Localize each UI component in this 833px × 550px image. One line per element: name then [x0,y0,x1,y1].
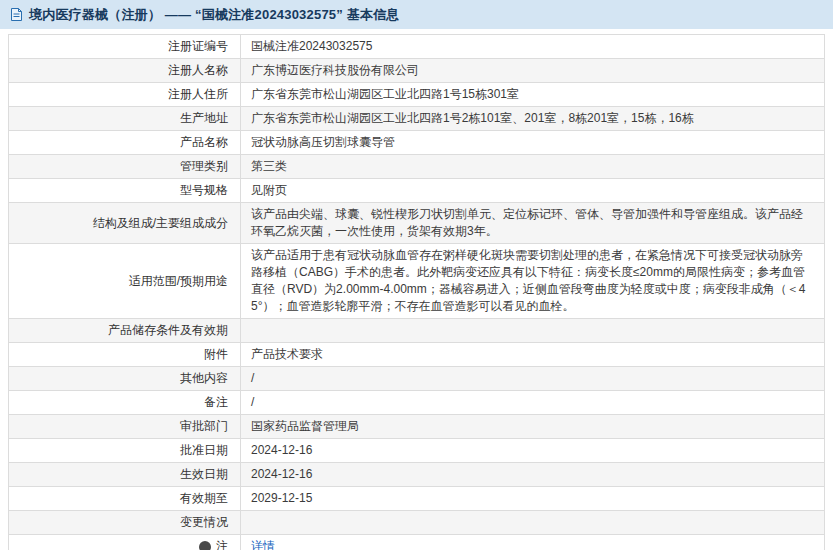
row-value: / [241,391,824,414]
row-value: 见附页 [241,179,824,202]
row-label: 注册证编号 [9,35,241,58]
table-row: 结构及组成/主要组成成分该产品由尖端、球囊、锐性楔形刀状切割单元、定位标记环、管… [9,203,824,244]
table-row: 注册人住所广东省东莞市松山湖园区工业北四路1号15栋301室 [9,83,824,107]
row-value: 该产品由尖端、球囊、锐性楔形刀状切割单元、定位标记环、管体、导管加强件和导管座组… [241,203,824,243]
row-label-text: 注 [216,538,228,550]
table-row: 其他内容/ [9,367,824,391]
row-label: 批准日期 [9,439,241,462]
row-label-text: 审批部门 [180,418,228,435]
row-value: 2024-12-16 [241,439,824,462]
row-value: 产品技术要求 [241,343,824,366]
document-icon [10,7,23,22]
row-label: 适用范围/预期用途 [9,244,241,318]
registration-info-table: 注册证编号国械注准20243032575注册人名称广东博迈医疗科技股份有限公司注… [8,34,825,550]
row-label: 型号规格 [9,179,241,202]
row-value: 该产品适用于患有冠状动脉血管存在粥样硬化斑块需要切割处理的患者，在紧急情况下可接… [241,244,824,318]
row-label: 注 [9,535,241,550]
row-label-text: 其他内容 [180,370,228,387]
row-value: 2029-12-15 [241,487,824,510]
row-value: / [241,367,824,390]
row-value [241,319,824,342]
row-label: 审批部门 [9,415,241,438]
row-label-text: 产品名称 [180,134,228,151]
row-label-text: 注册人住所 [168,86,228,103]
row-label: 生效日期 [9,463,241,486]
table-row: 产品储存条件及有效期 [9,319,824,343]
page-header: 境内医疗器械（注册） —— “国械注准20243032575” 基本信息 [0,0,833,29]
row-value: 第三类 [241,155,824,178]
row-label: 管理类别 [9,155,241,178]
table-row: 注册证编号国械注准20243032575 [9,35,824,59]
row-label-text: 变更情况 [180,514,228,531]
table-row: 注册人名称广东博迈医疗科技股份有限公司 [9,59,824,83]
row-label-text: 产品储存条件及有效期 [108,322,228,339]
table-row: 变更情况 [9,511,824,535]
table-row: 产品名称冠状动脉高压切割球囊导管 [9,131,824,155]
table-row: 生效日期2024-12-16 [9,463,824,487]
row-label: 结构及组成/主要组成成分 [9,203,241,243]
table-row: 适用范围/预期用途该产品适用于患有冠状动脉血管存在粥样硬化斑块需要切割处理的患者… [9,244,824,319]
row-label: 变更情况 [9,511,241,534]
row-value: 冠状动脉高压切割球囊导管 [241,131,824,154]
row-value: 2024-12-16 [241,463,824,486]
row-value: 广东省东莞市松山湖园区工业北四路1号15栋301室 [241,83,824,106]
row-value: 广东博迈医疗科技股份有限公司 [241,59,824,82]
note-icon [199,541,211,550]
page-title: 境内医疗器械（注册） —— “国械注准20243032575” 基本信息 [29,6,400,24]
row-label-text: 有效期至 [180,490,228,507]
row-label-text: 生产地址 [180,110,228,127]
table-row: 审批部门国家药品监督管理局 [9,415,824,439]
row-label-text: 管理类别 [180,158,228,175]
table-row: 批准日期2024-12-16 [9,439,824,463]
detail-link[interactable]: 详情 [251,538,275,550]
row-label: 注册人名称 [9,59,241,82]
row-label-text: 备注 [204,394,228,411]
row-value: 国械注准20243032575 [241,35,824,58]
row-label-text: 型号规格 [180,182,228,199]
row-label-text: 批准日期 [180,442,228,459]
row-label: 附件 [9,343,241,366]
row-value: 详情 [241,535,824,550]
table-row: 管理类别第三类 [9,155,824,179]
row-label-text: 生效日期 [180,466,228,483]
row-label: 备注 [9,391,241,414]
table-row: 附件产品技术要求 [9,343,824,367]
row-value [241,511,824,534]
row-label: 生产地址 [9,107,241,130]
row-label: 产品储存条件及有效期 [9,319,241,342]
table-row: 生产地址广东省东莞市松山湖园区工业北四路1号2栋101室、201室，8栋201室… [9,107,824,131]
row-label: 其他内容 [9,367,241,390]
row-label-text: 注册人名称 [168,62,228,79]
row-value: 国家药品监督管理局 [241,415,824,438]
row-label: 有效期至 [9,487,241,510]
table-row: 有效期至2029-12-15 [9,487,824,511]
row-label-text: 注册证编号 [168,38,228,55]
row-value: 广东省东莞市松山湖园区工业北四路1号2栋101室、201室，8栋201室，15栋… [241,107,824,130]
row-label-text: 结构及组成/主要组成成分 [93,215,228,232]
table-row: 备注/ [9,391,824,415]
row-label-text: 附件 [204,346,228,363]
row-label: 注册人住所 [9,83,241,106]
table-row: 注详情 [9,535,824,550]
row-label-text: 适用范围/预期用途 [129,273,228,290]
row-label: 产品名称 [9,131,241,154]
table-row: 型号规格见附页 [9,179,824,203]
